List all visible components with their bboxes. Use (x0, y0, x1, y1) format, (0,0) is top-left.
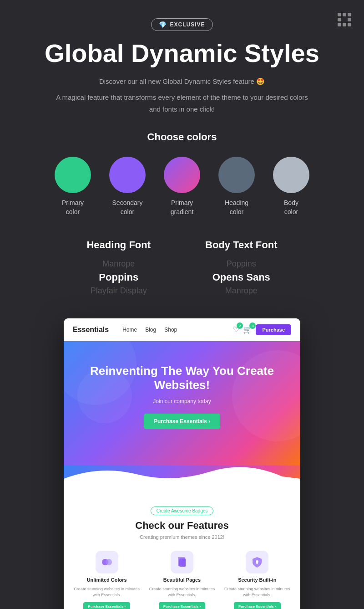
cart-count: 3 (249, 322, 256, 329)
circle-gradient[interactable] (164, 157, 200, 193)
color-item-body[interactable]: Bodycolor (273, 157, 309, 216)
circle-body[interactable] (273, 157, 309, 193)
features-subtitle: Creating premium themes since 2012! (73, 534, 291, 540)
pages-icon-wrap (171, 551, 193, 573)
colors-icon (101, 556, 113, 568)
circle-heading[interactable] (218, 157, 255, 193)
body-font-opens-sans[interactable]: Opens Sans (212, 271, 270, 283)
subtitle-2: A magical feature that transforms every … (50, 92, 314, 115)
feature-btn-security[interactable]: Purchase Essentials › (234, 602, 281, 609)
cart-icon[interactable]: 🛒 3 (243, 325, 252, 334)
heading-font-manrope[interactable]: Manrope (102, 259, 135, 269)
features-grid: Unlimited Colors Create stunning website… (73, 551, 291, 609)
pages-icon (176, 556, 188, 568)
preview-nav-blog[interactable]: Blog (145, 327, 156, 333)
color-label-heading: Headingcolor (225, 199, 248, 216)
preview-logo: Essentials (73, 326, 109, 334)
preview-hero: Reinventing The Way You Create Websites!… (64, 341, 300, 465)
svg-point-1 (106, 559, 112, 565)
color-item-secondary[interactable]: Secondarycolor (109, 157, 146, 216)
features-title: Check our Features (73, 520, 291, 532)
circle-primary[interactable] (55, 157, 91, 193)
diamond-icon: 💎 (159, 21, 167, 28)
top-logo (338, 13, 351, 26)
feature-name-colors: Unlimited Colors (87, 577, 127, 583)
fonts-section: Heading Font Manrope Poppins Playfair Di… (86, 239, 277, 296)
circle-secondary[interactable] (109, 157, 146, 193)
body-font-column: Body Text Font Poppins Opens Sans Manrop… (205, 239, 277, 296)
wave-container (64, 465, 300, 492)
preview-nav-links: Home Blog Shop (122, 327, 224, 333)
preview-wrapper: Essentials Home Blog Shop ♡ 2 🛒 3 Purcha… (64, 318, 300, 609)
feature-name-pages: Beautiful Pages (163, 577, 201, 583)
logo-grid-icon (338, 13, 351, 26)
features-badge: Create Awesome Badges (151, 507, 214, 515)
heading-font-title: Heading Font (86, 239, 151, 251)
body-font-title: Body Text Font (205, 239, 277, 251)
heading-font-column: Heading Font Manrope Poppins Playfair Di… (86, 239, 151, 296)
preview-nav-shop[interactable]: Shop (164, 327, 177, 333)
svg-rect-5 (257, 563, 258, 564)
page-title: Global Dynamic Styles (45, 39, 319, 67)
color-label-secondary: Secondarycolor (112, 199, 143, 216)
subtitle-1: Discover our all new Global Dynamic Styl… (99, 76, 265, 87)
feature-name-security: Security Built-in (238, 577, 276, 583)
preview-cta-button[interactable]: Purchase Essentials › (144, 414, 220, 429)
svg-rect-3 (179, 558, 186, 567)
wishlist-count: 2 (237, 322, 243, 329)
heading-font-poppins[interactable]: Poppins (99, 271, 138, 283)
body-font-poppins[interactable]: Poppins (227, 259, 256, 269)
color-item-heading[interactable]: Headingcolor (218, 157, 255, 216)
preview-hero-subtitle: Join our company today (77, 398, 287, 404)
feature-item-pages: Beautiful Pages Create stunning websites… (148, 551, 216, 609)
choose-colors-heading: Choose colors (147, 131, 217, 143)
color-label-primary: Primarycolor (62, 199, 84, 216)
preview-purchase-button[interactable]: Purchase (256, 324, 291, 335)
preview-features: Create Awesome Badges Check our Features… (64, 492, 300, 609)
preview-nav: Essentials Home Blog Shop ♡ 2 🛒 3 Purcha… (64, 318, 300, 341)
color-circles-container: Primarycolor Secondarycolor Primarygradi… (55, 157, 309, 216)
exclusive-badge: 💎 EXCLUSIVE (151, 18, 212, 31)
color-label-gradient: Primarygradient (171, 199, 194, 216)
body-font-manrope[interactable]: Manrope (225, 286, 258, 296)
preview-nav-home[interactable]: Home (122, 327, 137, 333)
wishlist-icon[interactable]: ♡ 2 (233, 325, 239, 334)
feature-btn-pages[interactable]: Purchase Essentials › (159, 602, 206, 609)
wave-svg (64, 465, 300, 492)
color-item-primary[interactable]: Primarycolor (55, 157, 91, 216)
feature-desc-security: Create stunning websites in minutes with… (223, 586, 291, 599)
feature-desc-pages: Create stunning websites in minutes with… (148, 586, 216, 599)
color-label-body: Bodycolor (284, 199, 298, 216)
exclusive-label: EXCLUSIVE (170, 21, 205, 28)
preview-nav-icons: ♡ 2 🛒 3 Purchase (233, 324, 291, 335)
heading-font-playfair[interactable]: Playfair Display (91, 286, 147, 296)
feature-btn-colors[interactable]: Purchase Essentials › (83, 602, 130, 609)
color-item-gradient[interactable]: Primarygradient (164, 157, 200, 216)
feature-desc-colors: Create stunning websites in minutes with… (73, 586, 141, 599)
main-container: 💎 EXCLUSIVE Global Dynamic Styles Discov… (0, 0, 364, 609)
security-icon (251, 556, 263, 568)
feature-item-security: Security Built-in Create stunning websit… (223, 551, 291, 609)
colors-icon-wrap (96, 551, 118, 573)
feature-item-colors: Unlimited Colors Create stunning website… (73, 551, 141, 609)
preview-hero-title: Reinventing The Way You Create Websites! (77, 364, 287, 392)
security-icon-wrap (246, 551, 268, 573)
